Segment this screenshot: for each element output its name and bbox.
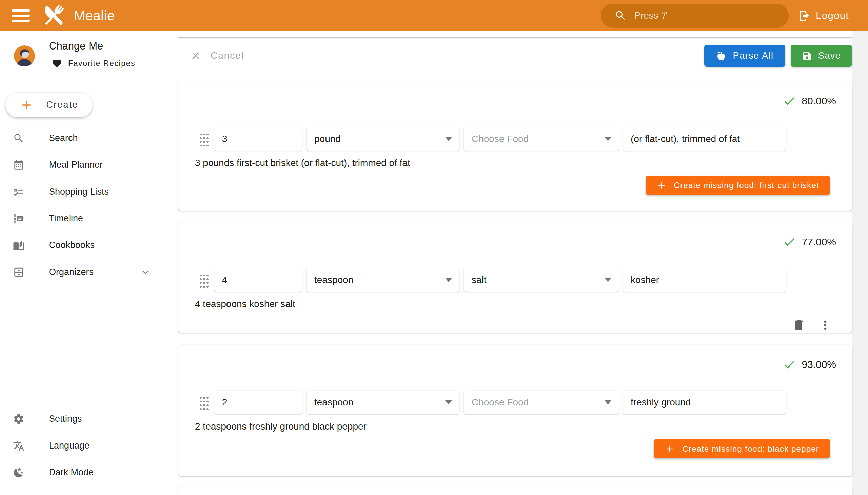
logout-label: Logout (816, 10, 849, 21)
avatar[interactable] (14, 46, 35, 66)
app-title: Mealie (74, 8, 115, 23)
cancel-label: Cancel (210, 50, 244, 61)
scrollbar-track[interactable] (852, 31, 868, 495)
create-missing-food-button[interactable]: Create missing food: black pepper (654, 439, 830, 458)
save-label: Save (818, 51, 841, 61)
drag-handle-icon[interactable] (199, 395, 209, 410)
dots-vertical-icon (818, 318, 832, 332)
sidebar-item-label: Meal Planner (49, 160, 103, 170)
food-select[interactable]: Choose Food (464, 391, 619, 414)
note-input[interactable]: kosher (623, 268, 786, 292)
logout-button[interactable]: Logout (798, 10, 849, 22)
sidebar-item-label: Settings (49, 414, 82, 424)
quantity-input[interactable]: 4 (214, 268, 302, 292)
sidebar-item-settings[interactable]: Settings (0, 406, 162, 432)
caret-down-icon (605, 278, 611, 282)
save-button[interactable]: Save (791, 45, 852, 67)
close-icon (190, 50, 201, 62)
ingredient-card: 80.00% 3 pound Choose Food (or flat-cut)… (178, 81, 852, 210)
calendar-icon (13, 159, 24, 171)
sidebar-item-label: Shopping Lists (49, 186, 109, 197)
sidebar-item-language[interactable]: Language (0, 432, 162, 459)
sidebar-item-dark-mode[interactable]: Dark Mode (0, 459, 162, 486)
scrolled-card-edge (178, 37, 852, 38)
delete-ingredient-button[interactable] (792, 318, 806, 332)
note-input[interactable]: freshly ground (623, 391, 786, 414)
logout-icon (798, 10, 810, 22)
sidebar-footer: Settings Language Dark Mode (0, 406, 162, 486)
caret-down-icon (445, 137, 452, 141)
sidebar-item-search[interactable]: Search (0, 125, 162, 152)
check-icon (783, 358, 796, 371)
quantity-input[interactable]: 2 (214, 391, 302, 414)
unit-select[interactable]: teaspoon (307, 268, 459, 292)
drag-handle-icon[interactable] (199, 273, 209, 288)
sidebar-item-cookbooks[interactable]: Cookbooks (0, 232, 162, 259)
favorite-recipes-link[interactable]: Favorite Recipes (52, 58, 135, 68)
sidebar-item-label: Dark Mode (49, 467, 93, 478)
confidence-value: 80.00% (802, 95, 836, 107)
food-select[interactable]: salt (464, 268, 619, 292)
translate-icon (13, 440, 24, 451)
unit-select[interactable]: teaspoon (307, 391, 459, 414)
magnify-icon (614, 10, 627, 22)
fork-knife-logo (40, 2, 67, 29)
main-content: Cancel Parse All Save 80.00% 3 pound Cho… (163, 31, 868, 495)
sidebar-item-label: Timeline (49, 213, 83, 224)
caret-down-icon (445, 278, 452, 282)
ingredient-card: 77.00% 4 teaspoon salt kosher 4 teaspoon… (178, 222, 852, 332)
sidebar-nav: Search Meal Planner Shopping Lists Timel… (0, 125, 162, 286)
check-icon (783, 94, 796, 108)
favorite-recipes-label: Favorite Recipes (68, 59, 135, 68)
caret-down-icon (445, 400, 452, 405)
search-placeholder: Press '/' (634, 10, 667, 21)
plus-icon (20, 98, 33, 112)
create-label: Create (46, 100, 78, 110)
food-select[interactable]: Choose Food (464, 127, 619, 151)
gear-icon (13, 413, 24, 425)
confidence-indicator: 77.00% (783, 235, 836, 249)
sidebar: Change Me Favorite Recipes Create Search… (0, 31, 163, 495)
ingredient-menu-button[interactable] (818, 318, 833, 332)
apple-icon (716, 51, 727, 62)
original-text: 3 pounds first-cut brisket (or flat-cut)… (195, 158, 410, 169)
ingredient-card: 93.00% 2 teaspoon Choose Food freshly gr… (178, 345, 852, 476)
chevron-down-icon (140, 267, 151, 278)
note-input[interactable]: (or flat-cut), trimmed of fat (623, 127, 786, 151)
app-bar: Mealie Press '/' Logout (0, 0, 868, 31)
user-name: Change Me (49, 40, 103, 52)
sidebar-item-shopping-lists[interactable]: Shopping Lists (0, 178, 162, 205)
plus-icon (657, 181, 667, 190)
sidebar-item-label: Search (49, 133, 78, 143)
search-input[interactable]: Press '/' (601, 4, 789, 28)
caret-down-icon (605, 400, 611, 405)
ingredient-card-partial (178, 486, 852, 495)
sidebar-item-meal-planner[interactable]: Meal Planner (0, 152, 162, 178)
floppy-icon (802, 51, 812, 61)
parse-all-label: Parse All (733, 51, 773, 61)
checklist-icon (13, 186, 24, 198)
unit-select[interactable]: pound (307, 127, 459, 151)
create-missing-food-button[interactable]: Create missing food: first-cut brisket (646, 176, 830, 195)
confidence-indicator: 80.00% (783, 94, 836, 108)
sidebar-item-label: Organizers (49, 267, 93, 277)
book-open-icon (13, 240, 24, 251)
moon-icon (13, 467, 24, 478)
sidebar-item-timeline[interactable]: Timeline (0, 205, 162, 232)
cabinet-icon (13, 267, 24, 278)
create-button[interactable]: Create (5, 92, 92, 117)
confidence-value: 93.00% (802, 359, 836, 370)
sidebar-item-label: Cookbooks (49, 240, 95, 251)
original-text: 4 teaspoons kosher salt (195, 299, 295, 309)
confidence-value: 77.00% (802, 236, 836, 248)
menu-icon[interactable] (12, 8, 31, 23)
sidebar-item-organizers[interactable]: Organizers (0, 259, 162, 286)
parse-all-button[interactable]: Parse All (704, 45, 785, 67)
cancel-button[interactable]: Cancel (190, 49, 244, 62)
sidebar-item-label: Language (49, 440, 89, 451)
original-text: 2 teaspoons freshly ground black pepper (195, 421, 367, 432)
heart-icon (52, 58, 62, 68)
drag-handle-icon[interactable] (199, 132, 209, 147)
magnify-icon (13, 133, 24, 144)
quantity-input[interactable]: 3 (214, 127, 302, 151)
